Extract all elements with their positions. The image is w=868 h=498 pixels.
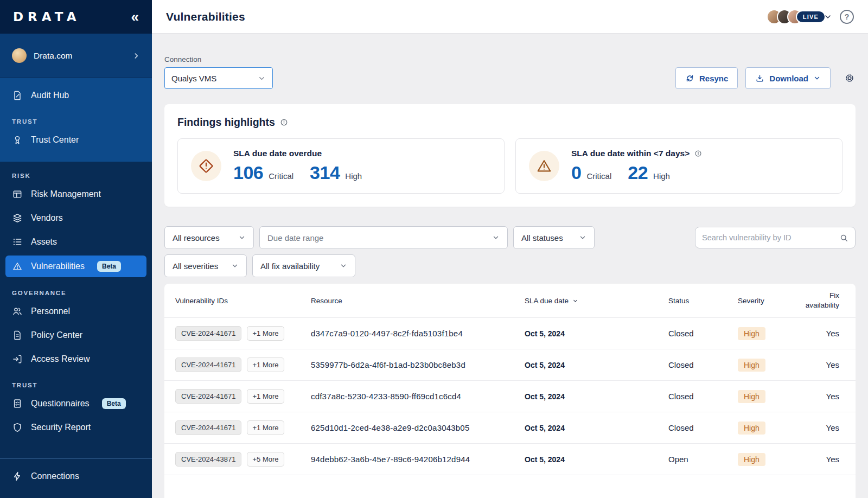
sla-upcoming-title: SLA due date within <7 days>: [571, 149, 690, 158]
findings-highlights-header: Findings highlights: [177, 116, 843, 129]
sidebar-item-vulnerabilities[interactable]: Vulnerabilities Beta: [5, 256, 146, 277]
table-row[interactable]: CVE-2024-41671 +1 More 5359977b-6d2a-4f6…: [164, 349, 856, 380]
fix-availability-value: All fix availability: [260, 261, 320, 271]
sidebar-item-risk-management[interactable]: Risk Management: [0, 182, 152, 206]
download-icon: [755, 74, 764, 83]
resources-filter-value: All resources: [173, 233, 220, 242]
upcoming-critical-count: 0: [571, 162, 581, 183]
document-icon: [12, 330, 23, 341]
resync-button[interactable]: Resync: [675, 67, 738, 89]
fix-availability-filter[interactable]: All fix availability: [252, 254, 355, 277]
statuses-filter[interactable]: All statuses: [513, 226, 595, 249]
high-label: High: [653, 171, 670, 181]
sidebar-item-label: Security Report: [31, 423, 91, 432]
sla-overdue-card: SLA due date overdue 106 Critical 314 Hi…: [177, 138, 505, 194]
sidebar-item-connections[interactable]: Connections: [0, 464, 152, 488]
high-label: High: [345, 171, 362, 181]
cve-chip[interactable]: CVE-2024-43871: [175, 452, 241, 467]
status-cell: Open: [652, 455, 723, 464]
settings-gear-icon[interactable]: [844, 72, 856, 84]
checklist-icon: [12, 398, 23, 409]
critical-label: Critical: [586, 171, 611, 181]
sidebar-item-vendors[interactable]: Vendors: [0, 206, 152, 230]
more-ids-chip[interactable]: +1 More: [247, 389, 284, 404]
overdue-critical-count: 106: [233, 162, 263, 183]
due-date-range-filter[interactable]: Due date range: [259, 226, 508, 249]
filters: All resources Due date range All statuse…: [164, 226, 856, 277]
sidebar-item-label: Vulnerabilities: [31, 261, 85, 271]
vulnerabilities-table: Vulnerability IDs Resource SLA due date …: [164, 284, 856, 498]
severity-badge: High: [738, 359, 765, 372]
status-cell: Closed: [652, 360, 723, 369]
sidebar-item-security-report[interactable]: Security Report: [0, 416, 152, 439]
page-title: Vulnerabilities: [166, 10, 245, 23]
topbar: Vulnerabilities LIVE ?: [152, 0, 868, 34]
more-ids-chip[interactable]: +1 More: [247, 326, 284, 341]
more-ids-chip[interactable]: +1 More: [247, 420, 284, 435]
critical-label: Critical: [269, 171, 293, 181]
live-badge: LIVE: [796, 10, 826, 23]
table-next-row-partial: [164, 475, 856, 496]
sidebar-collapse-button[interactable]: «: [131, 10, 139, 24]
more-ids-chip[interactable]: +5 More: [247, 452, 284, 467]
chevron-down-icon: [813, 74, 821, 82]
sla-due-date-cell: Oct 5, 2024: [525, 329, 652, 338]
cve-chip[interactable]: CVE-2024-41671: [175, 357, 241, 372]
workspace-selector[interactable]: Drata.com: [0, 34, 152, 78]
connection-select[interactable]: Qualys VMS: [164, 67, 273, 89]
table-row[interactable]: CVE-2024-41671 +1 More d347c7a9-0120-449…: [164, 317, 856, 349]
info-icon[interactable]: [280, 118, 288, 126]
info-icon[interactable]: [694, 150, 702, 157]
sidebar-item-label: Personnel: [31, 307, 70, 316]
severity-badge: High: [738, 453, 765, 466]
beta-badge: Beta: [102, 398, 126, 409]
table-row[interactable]: CVE-2024-41671 +1 More 625d10d1-2ced-4e3…: [164, 412, 856, 443]
cve-chip[interactable]: CVE-2024-41671: [175, 326, 241, 341]
help-button[interactable]: ?: [840, 10, 854, 24]
login-arrow-icon: [12, 354, 23, 365]
severities-filter[interactable]: All severities: [164, 254, 247, 277]
sidebar-item-policy-center[interactable]: Policy Center: [0, 323, 152, 347]
sidebar-item-personnel[interactable]: Personnel: [0, 299, 152, 323]
sidebar-item-label: Risk Management: [31, 189, 101, 199]
toolbar-actions: Resync Download: [675, 67, 856, 89]
column-header-vulnerability-ids: Vulnerability IDs: [175, 297, 311, 305]
table-row[interactable]: CVE-2024-43871 +5 More 94debb62-3a6b-45e…: [164, 443, 856, 475]
sort-chevron-icon: [572, 297, 579, 304]
more-ids-chip[interactable]: +1 More: [247, 357, 284, 372]
fix-availability-cell: Yes: [801, 455, 856, 464]
chevron-down-icon: [579, 234, 586, 241]
chevron-down-icon: [231, 262, 239, 270]
presence-avatars[interactable]: LIVE: [767, 9, 832, 24]
search-icon[interactable]: [839, 233, 848, 242]
findings-highlights-title: Findings highlights: [177, 116, 275, 129]
due-date-range-value: Due date range: [267, 233, 323, 242]
cve-chip[interactable]: CVE-2024-41671: [175, 389, 241, 404]
sidebar-item-trust-center[interactable]: Trust Center: [0, 128, 152, 152]
download-button[interactable]: Download: [745, 67, 831, 89]
layers-icon: [12, 213, 23, 224]
sidebar-item-questionnaires[interactable]: Questionnaires Beta: [0, 392, 152, 416]
sidebar-item-label: Connections: [31, 471, 79, 481]
column-header-sla-due-date[interactable]: SLA due date: [525, 297, 652, 305]
cve-chip[interactable]: CVE-2024-41671: [175, 420, 241, 435]
lightning-icon: [12, 471, 23, 482]
status-cell: Closed: [652, 329, 723, 338]
chevron-down-icon[interactable]: [824, 12, 832, 21]
column-header-fix-availability: Fix availability: [801, 291, 856, 310]
resources-filter[interactable]: All resources: [164, 226, 254, 249]
fix-availability-cell: Yes: [801, 423, 856, 432]
table-row[interactable]: CVE-2024-41671 +1 More cdf37a8c-5230-423…: [164, 380, 856, 412]
status-cell: Closed: [652, 392, 723, 401]
award-icon: [12, 135, 23, 145]
sidebar-item-label: Vendors: [31, 213, 63, 223]
sidebar-item-assets[interactable]: Assets: [0, 230, 152, 254]
sidebar-item-label: Questionnaires: [31, 399, 90, 408]
sidebar-item-audit-hub[interactable]: Audit Hub: [0, 84, 152, 107]
sidebar-item-access-review[interactable]: Access Review: [0, 347, 152, 371]
search-input[interactable]: [702, 233, 835, 242]
connection-block: Connection Qualys VMS: [164, 55, 273, 89]
fix-availability-cell: Yes: [801, 360, 856, 369]
chevron-down-icon: [492, 234, 500, 241]
sla-due-date-cell: Oct 5, 2024: [525, 361, 652, 369]
